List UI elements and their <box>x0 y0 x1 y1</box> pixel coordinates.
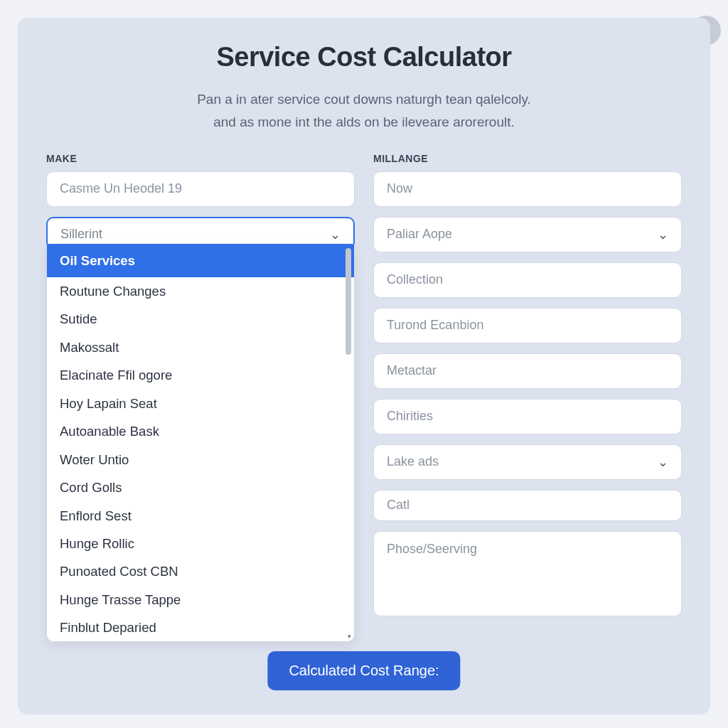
dropdown-option-selected[interactable]: Oil Services <box>47 244 354 277</box>
calculator-card: Service Cost Calculator Pan a in ater se… <box>18 18 710 714</box>
paliar-select[interactable]: Paliar Aope ⌄ <box>373 217 682 252</box>
dropdown-option[interactable]: Hunge Trasse Tappe <box>47 586 354 614</box>
dropdown-option[interactable]: Elacinate Ffil ogore <box>47 361 354 389</box>
dropdown-option[interactable]: Hoy Lapain Seat <box>47 390 354 417</box>
make-label: MAKE <box>46 153 355 164</box>
dropdown-option[interactable]: Finblut Deparied <box>47 614 354 641</box>
page-title: Service Cost Calculator <box>46 42 682 73</box>
scroll-down-icon[interactable]: ▾ <box>346 633 353 640</box>
metactar-input[interactable]: Metactar <box>373 353 682 389</box>
millange-label: MILLANGE <box>373 153 682 164</box>
form-grid: MAKE Casme Un Heodel 19 Sillerint ⌄ ▴ Oi… <box>46 153 682 616</box>
dropdown-option[interactable]: Makossalt <box>47 333 354 361</box>
chevron-down-icon: ⌄ <box>658 227 668 242</box>
collection-input[interactable]: Collection <box>373 262 682 298</box>
dropdown-option[interactable]: Punoated Cost CBN <box>47 557 354 585</box>
chirities-input[interactable]: Chirities <box>373 399 682 434</box>
chevron-down-icon: ⌄ <box>658 454 668 470</box>
right-column: MILLANGE Now Paliar Aope ⌄ Collection Tu… <box>373 153 682 616</box>
catl-input[interactable]: Catl <box>373 490 682 521</box>
dropdown-option[interactable]: Sutide <box>47 305 354 333</box>
service-type-dropdown: ▴ Oil Services Routune Changes Sutide Ma… <box>46 244 355 642</box>
dropdown-option[interactable]: Autoanable Bask <box>47 417 354 445</box>
dropdown-option[interactable]: Enflord Sest <box>47 502 354 530</box>
dropdown-option[interactable]: Routune Changes <box>47 277 354 305</box>
dropdown-option[interactable]: Hunge Rollic <box>47 530 354 557</box>
chevron-down-icon: ⌄ <box>330 227 341 242</box>
phose-textarea[interactable]: Phose/Seerving <box>373 531 682 616</box>
dropdown-scrollbar[interactable] <box>346 248 353 637</box>
make-input[interactable]: Casme Un Heodel 19 <box>46 171 355 207</box>
millange-input[interactable]: Now <box>373 171 682 207</box>
dropdown-option[interactable]: Cord Golls <box>47 473 354 501</box>
calculate-button[interactable]: Calculated Cost Range: <box>267 651 460 690</box>
turond-input[interactable]: Turond Ecanbion <box>373 308 682 343</box>
dropdown-option[interactable]: Woter Untio <box>47 446 354 473</box>
page-subtitle: Pan a in ater service cout downs naturgh… <box>46 88 682 134</box>
scroll-thumb[interactable] <box>346 248 351 355</box>
left-column: MAKE Casme Un Heodel 19 Sillerint ⌄ ▴ Oi… <box>46 153 355 616</box>
lake-ads-select[interactable]: Lake ads ⌄ <box>373 444 682 480</box>
